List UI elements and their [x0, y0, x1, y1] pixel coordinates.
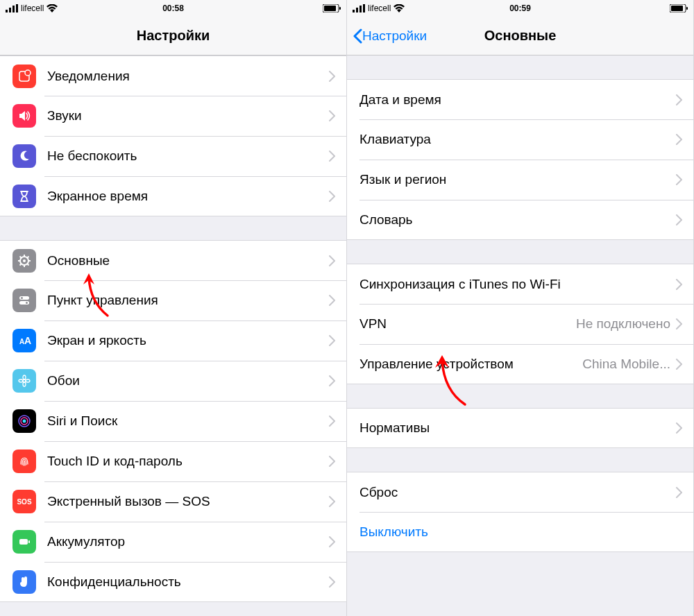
battery-icon [323, 4, 341, 12]
row-label: Siri и Поиск [47, 413, 329, 429]
svg-rect-1 [9, 8, 11, 12]
hourglass-icon [12, 185, 36, 208]
row-label: Нормативы [359, 420, 676, 436]
svg-point-28 [19, 379, 23, 382]
sos-icon: SOS [12, 490, 36, 513]
notifications-icon [12, 65, 36, 88]
row-control-center[interactable]: Пункт управления [0, 280, 346, 320]
row-dnd[interactable]: Не беспокоить [0, 136, 346, 176]
row-touchid[interactable]: Touch ID и код-пароль [0, 441, 346, 481]
row-label: Основные [47, 253, 329, 268]
svg-point-29 [26, 379, 30, 382]
clock-label: 00:59 [509, 3, 531, 13]
row-label: Touch ID и код-пароль [47, 454, 329, 469]
row-battery[interactable]: Аккумулятор [0, 522, 346, 562]
row-label: Клавиатура [359, 132, 676, 147]
svg-line-15 [20, 256, 22, 257]
moon-icon [12, 144, 36, 168]
chevron-right-icon [676, 487, 682, 498]
fingerprint-icon [12, 450, 36, 473]
row-label: VPN [359, 316, 576, 332]
svg-rect-2 [12, 6, 15, 12]
page-title: Основные [484, 28, 557, 44]
chevron-right-icon [676, 359, 682, 370]
svg-rect-42 [686, 7, 688, 10]
row-regulatory[interactable]: Нормативы [347, 408, 693, 448]
nav-bar: Настройки Основные [347, 17, 693, 55]
row-value: Не подключено [576, 316, 670, 332]
chevron-right-icon [676, 174, 682, 185]
row-general[interactable]: Основные [0, 240, 346, 280]
row-label: Синхронизация с iTunes по Wi-Fi [359, 277, 676, 292]
row-itunes-wifi[interactable]: Синхронизация с iTunes по Wi-Fi [347, 264, 693, 304]
wifi-icon [393, 4, 405, 12]
row-label: Обои [47, 373, 329, 388]
settings-list[interactable]: Уведомления Звуки Не беспокоить Экранное… [0, 55, 346, 616]
row-sounds[interactable]: Звуки [0, 96, 346, 136]
row-label: Экран и яркость [47, 333, 329, 348]
battery-row-icon [12, 530, 36, 554]
battery-icon [670, 4, 688, 12]
row-privacy[interactable]: Конфиденциальность [0, 562, 346, 602]
svg-rect-0 [6, 10, 8, 12]
group-separator [347, 384, 693, 408]
row-display[interactable]: AA Экран и яркость [0, 320, 346, 361]
row-siri[interactable]: Siri и Поиск [0, 401, 346, 441]
chevron-right-icon [329, 191, 335, 202]
cell-signal-icon [6, 4, 18, 12]
wifi-icon [46, 4, 58, 12]
svg-rect-3 [16, 4, 18, 12]
row-language[interactable]: Язык и регион [347, 160, 693, 200]
chevron-right-icon [329, 536, 335, 547]
general-list[interactable]: Дата и время Клавиатура Язык и регион Сл… [347, 55, 693, 616]
settings-screen: lifecell 00:58 Настройки Уведомления Зву… [0, 0, 347, 616]
row-reset[interactable]: Сброс [347, 472, 693, 512]
back-button[interactable]: Настройки [353, 28, 427, 44]
chevron-right-icon [676, 214, 682, 225]
row-label: Конфиденциальность [47, 574, 329, 590]
row-dictionary[interactable]: Словарь [347, 200, 693, 240]
group-separator [347, 552, 693, 576]
row-label: Выключить [359, 524, 682, 540]
row-label: Аккумулятор [47, 534, 329, 549]
sounds-icon [12, 104, 36, 128]
row-wallpaper[interactable]: Обои [0, 361, 346, 401]
svg-rect-41 [671, 6, 683, 11]
svg-point-10 [23, 259, 26, 262]
row-datetime[interactable]: Дата и время [347, 79, 693, 119]
status-bar: lifecell 00:58 [0, 0, 346, 17]
chevron-right-icon [329, 496, 335, 507]
svg-text:SOS: SOS [17, 498, 31, 506]
group-separator [347, 448, 693, 472]
row-keyboard[interactable]: Клавиатура [347, 119, 693, 160]
svg-rect-36 [353, 10, 355, 12]
svg-point-20 [21, 297, 23, 299]
hand-icon [12, 570, 36, 594]
row-notifications[interactable]: Уведомления [0, 55, 346, 96]
row-device-management[interactable]: Управление устройством China Mobile... [347, 344, 693, 384]
chevron-right-icon [676, 422, 682, 434]
chevron-right-icon [676, 94, 682, 105]
chevron-right-icon [329, 110, 335, 121]
row-vpn[interactable]: VPN Не подключено [347, 304, 693, 344]
row-value: China Mobile... [582, 357, 670, 372]
row-sos[interactable]: SOS Экстренный вызов — SOS [0, 481, 346, 522]
group-separator [0, 216, 346, 240]
row-shutdown[interactable]: Выключить [347, 512, 693, 552]
row-label: Экранное время [47, 189, 329, 204]
svg-point-26 [23, 375, 26, 379]
svg-text:A: A [24, 335, 31, 346]
row-label: Словарь [359, 212, 676, 228]
group-separator [347, 240, 693, 264]
text-size-icon: AA [12, 329, 36, 352]
row-label: Дата и время [359, 92, 676, 108]
cell-signal-icon [353, 4, 365, 12]
general-screen: lifecell 00:59 Настройки Основные Дата и… [347, 0, 694, 616]
carrier-label: lifecell [21, 3, 44, 13]
svg-point-32 [23, 420, 26, 423]
row-label: Пункт управления [47, 293, 329, 308]
chevron-right-icon [329, 71, 335, 82]
svg-rect-38 [359, 6, 362, 12]
row-screentime[interactable]: Экранное время [0, 176, 346, 216]
page-title: Настройки [137, 28, 210, 44]
